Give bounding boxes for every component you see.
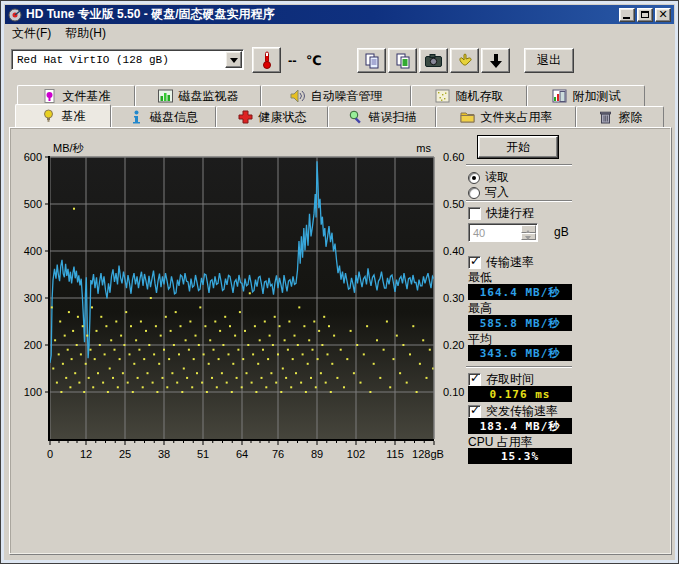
svg-text:64: 64: [236, 448, 248, 460]
folder-usage-icon: [460, 110, 475, 124]
tab-row-secondary: 文件基准 磁盘监视器 自动噪音管理 随机存取 附加测试: [17, 85, 645, 106]
write-radio[interactable]: [468, 187, 480, 199]
svg-text:51: 51: [197, 448, 209, 460]
temperature-button[interactable]: [252, 47, 281, 73]
error-scan-icon: [348, 110, 363, 124]
svg-text:500: 500: [24, 198, 42, 210]
start-button-label: 开始: [506, 139, 530, 156]
access-time-checkbox[interactable]: [468, 373, 481, 386]
close-button[interactable]: ✕: [655, 8, 671, 22]
separator: [466, 366, 572, 368]
menu-bar: 文件(F) 帮助(H): [5, 24, 674, 43]
window-title: HD Tune 专业版 5.50 - 硬盘/固态硬盘实用程序: [26, 6, 617, 23]
write-option[interactable]: 写入: [468, 184, 509, 201]
down-arrow-icon: [489, 53, 503, 69]
read-radio[interactable]: [468, 172, 480, 184]
short-stroke-unit: gB: [554, 225, 569, 239]
tab-health[interactable]: 健康状态: [216, 106, 328, 127]
disk-info-icon: [129, 110, 144, 124]
tab-label: 健康状态: [259, 109, 307, 126]
separator: [466, 164, 572, 166]
menu-help[interactable]: 帮助(H): [58, 23, 113, 44]
health-icon: [238, 110, 253, 124]
svg-text:400: 400: [24, 245, 42, 257]
svg-text:200: 200: [24, 339, 42, 351]
short-stroke-option[interactable]: 快捷行程: [468, 205, 534, 222]
tab-label: 磁盘监视器: [179, 88, 239, 105]
min-value-display: 164.4 MB/秒: [468, 284, 572, 300]
tab-benchmark[interactable]: 基准: [15, 104, 111, 127]
short-stroke-checkbox[interactable]: [468, 207, 481, 220]
copy-image-button[interactable]: [388, 48, 417, 73]
exit-button[interactable]: 退出: [524, 48, 574, 73]
thermometer-icon: [261, 51, 273, 69]
app-window: HD Tune 专业版 5.50 - 硬盘/固态硬盘实用程序 ✕ 文件(F) 帮…: [0, 0, 679, 564]
svg-text:0: 0: [47, 448, 53, 460]
tab-row-primary: 基准 磁盘信息 健康状态 错误扫描 文件夹占用率 擦除: [15, 106, 664, 127]
short-stroke-value: 40: [469, 227, 521, 239]
svg-text:0.10: 0.10: [443, 386, 464, 398]
temperature-unit: ℃: [306, 53, 322, 68]
tab-file-benchmark[interactable]: 文件基准: [17, 85, 135, 106]
svg-text:0.20: 0.20: [443, 339, 464, 351]
submit-button[interactable]: [450, 48, 479, 73]
tab-label: 擦除: [619, 109, 643, 126]
short-stroke-input[interactable]: 40: [468, 223, 538, 242]
copy-icon: [364, 53, 380, 69]
exit-button-label: 退出: [537, 52, 561, 69]
save-button[interactable]: [481, 48, 510, 73]
screenshot-button[interactable]: [419, 48, 448, 73]
benchmark-panel: 6005004003002001000.600.500.400.300.200.…: [9, 127, 672, 555]
svg-text:100: 100: [24, 386, 42, 398]
svg-text:MB/秒: MB/秒: [53, 142, 85, 154]
spin-down-icon[interactable]: [521, 233, 536, 241]
title-bar: HD Tune 专业版 5.50 - 硬盘/固态硬盘实用程序 ✕: [5, 5, 674, 24]
svg-text:25: 25: [119, 448, 131, 460]
svg-text:115: 115: [386, 448, 404, 460]
hand-icon: [457, 53, 473, 69]
svg-text:128gB: 128gB: [412, 448, 444, 460]
tab-label: 错误扫描: [369, 109, 417, 126]
svg-text:38: 38: [158, 448, 170, 460]
svg-text:0.40: 0.40: [443, 245, 464, 257]
tab-label: 文件基准: [63, 88, 111, 105]
random-access-icon: [435, 89, 450, 103]
tab-folder-usage[interactable]: 文件夹占用率: [436, 106, 576, 127]
short-stroke-label: 快捷行程: [486, 205, 534, 222]
svg-text:ms: ms: [416, 142, 431, 154]
tab-aam[interactable]: 自动噪音管理: [261, 85, 411, 106]
spin-up-icon[interactable]: [521, 225, 536, 233]
maximize-button[interactable]: [637, 8, 653, 22]
benchmark-chart: 6005004003002001000.600.500.400.300.200.…: [22, 141, 474, 471]
svg-text:0.50: 0.50: [443, 198, 464, 210]
spinner[interactable]: [521, 225, 536, 240]
copy-text-button[interactable]: [357, 48, 386, 73]
tab-error-scan[interactable]: 错误扫描: [328, 106, 436, 127]
minimize-icon: [623, 17, 630, 19]
disk-monitor-icon: [158, 89, 173, 103]
aam-icon: [290, 89, 305, 103]
burst-rate-checkbox[interactable]: [468, 405, 481, 418]
tab-label: 磁盘信息: [150, 109, 198, 126]
drive-select[interactable]: Red Hat VirtIO (128 gB): [11, 49, 244, 70]
chevron-down-icon[interactable]: [225, 51, 242, 68]
maximize-icon: [641, 11, 649, 18]
minimize-button[interactable]: [619, 8, 635, 22]
svg-text:89: 89: [311, 448, 323, 460]
tab-disk-monitor[interactable]: 磁盘监视器: [135, 85, 261, 106]
tab-label: 自动噪音管理: [311, 88, 383, 105]
access-time-display: 0.176 ms: [468, 386, 572, 402]
tab-extra-tests[interactable]: 附加测试: [527, 85, 645, 106]
transfer-rate-checkbox[interactable]: [468, 256, 481, 269]
start-button[interactable]: 开始: [478, 136, 558, 158]
tab-erase[interactable]: 擦除: [576, 106, 664, 127]
menu-file[interactable]: 文件(F): [5, 23, 58, 44]
svg-text:12: 12: [80, 448, 92, 460]
svg-text:300: 300: [24, 292, 42, 304]
tab-random-access[interactable]: 随机存取: [411, 85, 527, 106]
svg-text:0.60: 0.60: [443, 151, 464, 163]
transfer-rate-label: 传输速率: [486, 254, 534, 271]
cpu-usage-display: 15.3%: [468, 448, 572, 464]
separator: [466, 200, 572, 202]
tab-disk-info[interactable]: 磁盘信息: [111, 106, 216, 127]
